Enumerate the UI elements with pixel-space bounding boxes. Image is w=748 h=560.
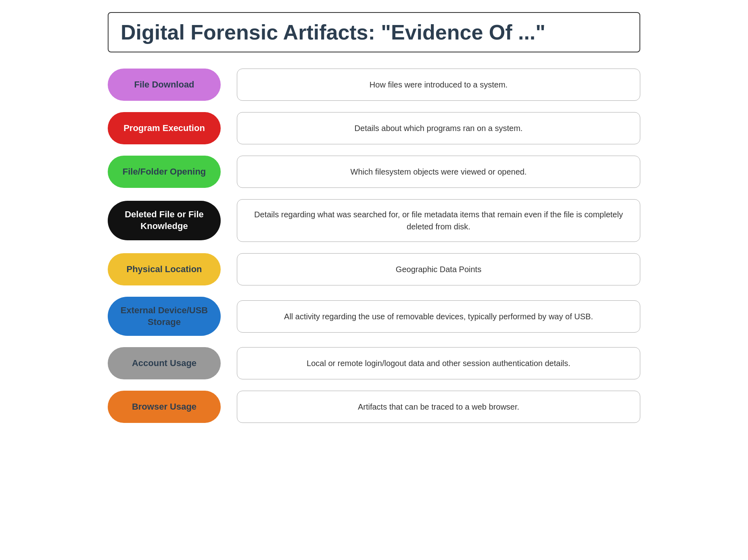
- artifact-row-deleted-file: Deleted File or File KnowledgeDetails re…: [108, 199, 640, 242]
- artifact-row-file-folder-opening: File/Folder OpeningWhich filesystem obje…: [108, 156, 640, 188]
- artifact-row-browser-usage: Browser UsageArtifacts that can be trace…: [108, 391, 640, 423]
- artifact-label-program-execution: Program Execution: [108, 112, 221, 144]
- page-title: Digital Forensic Artifacts: "Evidence Of…: [121, 20, 627, 44]
- artifact-label-browser-usage: Browser Usage: [108, 391, 221, 423]
- artifact-description-external-device: All activity regarding the use of remova…: [237, 300, 640, 333]
- artifact-label-account-usage: Account Usage: [108, 347, 221, 379]
- artifacts-container: File DownloadHow files were introduced t…: [108, 69, 640, 423]
- artifact-label-physical-location: Physical Location: [108, 253, 221, 285]
- artifact-description-account-usage: Local or remote login/logout data and ot…: [237, 347, 640, 379]
- artifact-description-file-folder-opening: Which filesystem objects were viewed or …: [237, 156, 640, 188]
- artifact-description-browser-usage: Artifacts that can be traced to a web br…: [237, 391, 640, 423]
- artifact-row-file-download: File DownloadHow files were introduced t…: [108, 69, 640, 101]
- title-box: Digital Forensic Artifacts: "Evidence Of…: [108, 12, 640, 52]
- artifact-description-file-download: How files were introduced to a system.: [237, 69, 640, 101]
- artifact-label-deleted-file: Deleted File or File Knowledge: [108, 201, 221, 240]
- artifact-label-external-device: External Device/USB Storage: [108, 297, 221, 336]
- artifact-row-account-usage: Account UsageLocal or remote login/logou…: [108, 347, 640, 379]
- artifact-label-file-folder-opening: File/Folder Opening: [108, 156, 221, 188]
- artifact-description-program-execution: Details about which programs ran on a sy…: [237, 112, 640, 144]
- artifact-row-program-execution: Program ExecutionDetails about which pro…: [108, 112, 640, 144]
- artifact-label-file-download: File Download: [108, 69, 221, 101]
- artifact-row-physical-location: Physical LocationGeographic Data Points: [108, 253, 640, 285]
- artifact-row-external-device: External Device/USB StorageAll activity …: [108, 297, 640, 336]
- artifact-description-deleted-file: Details regarding what was searched for,…: [237, 199, 640, 242]
- artifact-description-physical-location: Geographic Data Points: [237, 253, 640, 285]
